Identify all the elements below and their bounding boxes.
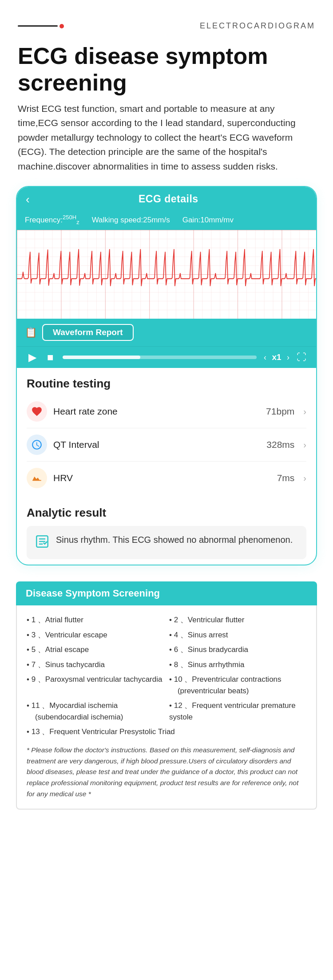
gain-label: Gain:10mm/mv: [182, 216, 234, 225]
back-button[interactable]: ‹: [26, 194, 30, 205]
heart-rate-label: Heart rate zone: [53, 406, 260, 417]
disease-item-13: • 13 、Frequent Ventricular Presystolic T…: [27, 726, 306, 738]
disease-item-9: • 9 、Paroxysmal ventricular tachycardia: [27, 674, 164, 696]
decorative-line: [18, 25, 58, 27]
disease-section-body: • 1 、Atrial flutter • 2 、Ventricular flu…: [16, 605, 317, 809]
progress-fill: [63, 356, 140, 359]
disease-item-12: • 12 、Frequent ventricular premature sys…: [169, 700, 306, 723]
stop-button[interactable]: ■: [45, 351, 56, 364]
controls-bar: ▶ ■ ‹ x1 › ⛶: [17, 346, 316, 368]
disclaimer-text: * Please follow the doctor's instruction…: [27, 745, 306, 800]
disease-item-3: • 3 、Ventricular escape: [27, 629, 164, 641]
page-wrapper: ELECTROCARDIOGRAM ECG disease symptom sc…: [0, 0, 333, 831]
speed-increase-button[interactable]: ›: [287, 353, 289, 362]
hrv-row[interactable]: HRV 7ms ›: [27, 462, 306, 494]
heart-rate-icon: [27, 401, 47, 422]
disease-item-5: • 5 、Atrial escape: [27, 644, 164, 656]
disease-section-header: Disease Symptom Screening: [16, 581, 317, 605]
ecg-details-title: ECG details: [30, 193, 307, 205]
analytic-card-icon: [35, 534, 50, 552]
ecg-header: ‹ ECG details: [17, 187, 316, 211]
page-category-label: ELECTROCARDIOGRAM: [200, 21, 315, 31]
phone-mockup: ‹ ECG details Frequency:250Hz Walking sp…: [16, 186, 317, 565]
heart-rate-row[interactable]: Heart rate zone 71bpm ›: [27, 395, 306, 428]
disease-item-8: • 8 、Sinus arrhythmia: [169, 659, 306, 671]
speed-value: x1: [270, 352, 283, 362]
disease-item-6: • 6 、Sinus bradycardia: [169, 644, 306, 656]
hero-description: Wrist ECG test function, smart and porta…: [0, 102, 333, 186]
routine-section: Routine testing Heart rate zone 71bpm › …: [17, 368, 316, 498]
document-icon: 📋: [25, 327, 37, 338]
speed-control: ‹ x1 ›: [264, 352, 289, 362]
disease-item-11: • 11 、Myocardial ischemia (subendocardia…: [27, 700, 164, 723]
analytic-section-title: Analytic result: [27, 506, 306, 520]
routine-section-title: Routine testing: [27, 377, 306, 391]
decorative-dot: [59, 24, 64, 28]
hero-title: ECG disease symptom screening: [0, 35, 333, 102]
hrv-icon: [27, 468, 47, 488]
qt-interval-value: 328ms: [266, 439, 294, 450]
qt-interval-row[interactable]: QT Interval 328ms ›: [27, 428, 306, 462]
qt-interval-icon: [27, 435, 47, 455]
analytic-section: Analytic result Sinus rhythm. This ECG s…: [17, 498, 316, 565]
disease-item-4: • 4 、Sinus arrest: [169, 629, 306, 641]
walking-speed-label: Walking speed:25mm/s: [92, 216, 170, 225]
disease-item-2: • 2 、Ventricular flutter: [169, 614, 306, 626]
frequency-label: Frequency:250Hz: [25, 214, 79, 225]
qt-interval-label: QT Interval: [53, 439, 260, 450]
ecg-waveform: [17, 230, 316, 319]
top-bar: ELECTROCARDIOGRAM: [0, 0, 333, 35]
speed-decrease-button[interactable]: ‹: [264, 353, 266, 362]
hrv-chevron: ›: [303, 473, 306, 483]
qt-interval-chevron: ›: [303, 440, 306, 450]
disease-item-7: • 7 、Sinus tachycardia: [27, 659, 164, 671]
bottom-spacer: [0, 810, 333, 831]
top-bar-left: [18, 24, 64, 28]
disease-item-1: • 1 、Atrial flutter: [27, 614, 164, 626]
play-button[interactable]: ▶: [27, 351, 38, 364]
disease-item-10: • 10 、Preventricular contractions (preve…: [169, 674, 306, 696]
fullscreen-button[interactable]: ⛶: [297, 352, 306, 363]
heart-rate-value: 71bpm: [266, 406, 294, 417]
hrv-value: 7ms: [277, 473, 295, 483]
progress-bar[interactable]: [63, 356, 257, 359]
waveform-bar: 📋 Waveform Report: [17, 319, 316, 346]
frequency-bar: Frequency:250Hz Walking speed:25mm/s Gai…: [17, 211, 316, 230]
waveform-report-button[interactable]: Waveform Report: [42, 324, 134, 341]
ecg-graph: [17, 230, 316, 319]
heart-rate-chevron: ›: [303, 407, 306, 417]
analytic-result-text: Sinus rhythm. This ECG showed no abnorma…: [56, 533, 293, 546]
analytic-card: Sinus rhythm. This ECG showed no abnorma…: [27, 526, 306, 559]
hrv-label: HRV: [53, 473, 271, 483]
disease-section: Disease Symptom Screening • 1 、Atrial fl…: [16, 581, 317, 809]
disease-grid: • 1 、Atrial flutter • 2 、Ventricular flu…: [27, 614, 306, 738]
